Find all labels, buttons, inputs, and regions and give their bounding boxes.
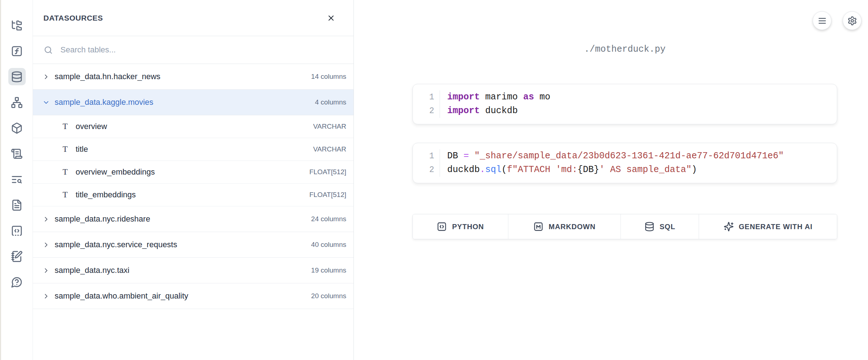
sidebar-item-logs[interactable] bbox=[8, 145, 26, 162]
database-icon bbox=[11, 71, 23, 83]
datasources-panel-header: DATASOURCES bbox=[33, 0, 353, 36]
column-count: 19 columns bbox=[311, 266, 346, 274]
table-row[interactable]: sample_data.nyc.taxi19 columns bbox=[33, 258, 353, 283]
line-number: 1 bbox=[413, 149, 434, 163]
datasources-panel: DATASOURCES sample_data.hn.hacker_news14… bbox=[33, 0, 354, 360]
sidebar-item-snippets[interactable] bbox=[8, 222, 26, 239]
code-token: ' AS sample_data" bbox=[599, 164, 691, 175]
sidebar-item-help[interactable] bbox=[8, 273, 26, 291]
database-icon bbox=[644, 222, 655, 232]
column-row[interactable]: TtitleVARCHAR bbox=[33, 138, 353, 161]
code-line: DB = "_share/sample_data/23b0d623-1361-4… bbox=[447, 149, 837, 163]
folder-tree-icon bbox=[11, 20, 23, 31]
notebook-filename: ./motherduck.py bbox=[412, 44, 837, 56]
add-cell-markdown-button[interactable]: MARKDOWN bbox=[508, 214, 621, 239]
table-row[interactable]: sample_data.nyc.rideshare24 columns bbox=[33, 206, 353, 232]
chevron-down-icon bbox=[42, 99, 50, 106]
search-icon bbox=[43, 45, 53, 55]
column-count: 20 columns bbox=[311, 292, 346, 300]
column-row[interactable]: ToverviewVARCHAR bbox=[33, 115, 353, 138]
chevron bbox=[42, 73, 50, 81]
box-icon bbox=[11, 122, 23, 134]
markdown-icon bbox=[533, 222, 543, 232]
chevron bbox=[42, 241, 50, 249]
tool-sidebar bbox=[1, 0, 33, 360]
table-row[interactable]: sample_data.who.ambient_air_quality20 co… bbox=[33, 283, 353, 309]
close-panel-button[interactable] bbox=[324, 11, 338, 25]
add-cell-label: SQL bbox=[660, 223, 676, 231]
type-icon: T bbox=[61, 122, 69, 131]
code-cell[interactable]: 12import marimo as moimport duckdb bbox=[412, 84, 837, 124]
add-cell-sql-button[interactable]: SQL bbox=[621, 214, 699, 239]
table-row[interactable]: sample_data.hn.hacker_news14 columns bbox=[33, 64, 353, 90]
code-token: as bbox=[523, 92, 534, 102]
text-search-icon bbox=[11, 173, 23, 185]
code-token: = bbox=[463, 151, 469, 161]
code-token: marimo bbox=[480, 92, 523, 102]
add-cell-bar: PYTHONMARKDOWNSQLGENERATE WITH AI bbox=[412, 214, 837, 239]
code-square-icon bbox=[437, 222, 447, 232]
code-token: sql bbox=[485, 164, 501, 175]
chevron-right-icon bbox=[42, 215, 50, 223]
add-cell-python-button[interactable]: PYTHON bbox=[413, 214, 508, 239]
network-icon bbox=[11, 97, 23, 108]
close-icon bbox=[327, 14, 335, 22]
chevron-right-icon bbox=[42, 292, 50, 300]
add-cell-generate-with-ai-button[interactable]: GENERATE WITH AI bbox=[699, 214, 837, 239]
table-name: sample_data.nyc.rideshare bbox=[55, 214, 150, 224]
sidebar-item-documentation[interactable] bbox=[8, 196, 26, 214]
notebook-pen-icon bbox=[11, 250, 23, 262]
file-text-icon bbox=[11, 199, 23, 211]
search-input[interactable] bbox=[60, 45, 345, 55]
add-cell-label: PYTHON bbox=[452, 223, 484, 231]
table-name: sample_data.kaggle.movies bbox=[55, 98, 153, 107]
scroll-text-icon bbox=[11, 148, 23, 160]
column-type: VARCHAR bbox=[313, 145, 347, 153]
code-editor[interactable]: DB = "_share/sample_data/23b0d623-1361-4… bbox=[440, 149, 837, 177]
code-line: import duckdb bbox=[447, 104, 837, 118]
line-number-gutter: 12 bbox=[413, 90, 440, 118]
column-name: title bbox=[76, 145, 88, 154]
code-line: import marimo as mo bbox=[447, 90, 837, 104]
sidebar-item-search[interactable] bbox=[8, 171, 26, 188]
sidebar-item-dependencies[interactable] bbox=[8, 94, 26, 111]
column-name: overview bbox=[76, 122, 107, 131]
add-cell-label: MARKDOWN bbox=[549, 223, 596, 231]
code-token: {DB} bbox=[577, 164, 599, 175]
code-cell[interactable]: 12DB = "_share/sample_data/23b0d623-1361… bbox=[412, 143, 837, 183]
type-icon: T bbox=[61, 167, 69, 177]
line-number: 1 bbox=[413, 90, 434, 104]
panel-title: DATASOURCES bbox=[43, 14, 103, 22]
column-row[interactable]: Ttitle_embeddingsFLOAT[512] bbox=[33, 184, 353, 206]
column-count: 40 columns bbox=[311, 241, 346, 249]
line-number: 2 bbox=[413, 163, 434, 177]
sidebar-item-packages[interactable] bbox=[8, 119, 26, 137]
chevron-right-icon bbox=[42, 73, 50, 81]
sidebar-item-datasources[interactable] bbox=[8, 68, 26, 85]
column-count: 24 columns bbox=[311, 215, 346, 223]
code-editor[interactable]: import marimo as moimport duckdb bbox=[440, 90, 837, 118]
sidebar-item-scratchpad[interactable] bbox=[8, 248, 26, 265]
settings-button[interactable] bbox=[843, 11, 861, 30]
line-number-gutter: 12 bbox=[413, 149, 440, 177]
table-name: sample_data.who.ambient_air_quality bbox=[55, 291, 188, 301]
code-token: duckdb bbox=[447, 164, 480, 175]
chevron-right-icon bbox=[42, 267, 50, 274]
column-name: title_embeddings bbox=[76, 190, 136, 200]
table-row[interactable]: sample_data.nyc.service_requests40 colum… bbox=[33, 232, 353, 258]
sparkles-icon bbox=[724, 222, 734, 232]
sidebar-item-file-explorer[interactable] bbox=[8, 17, 26, 34]
column-type: FLOAT[512] bbox=[309, 191, 346, 199]
column-row[interactable]: Toverview_embeddingsFLOAT[512] bbox=[33, 161, 353, 184]
table-search bbox=[33, 36, 353, 64]
table-name: sample_data.nyc.service_requests bbox=[55, 240, 177, 249]
code-token: ) bbox=[691, 164, 697, 175]
message-question-icon bbox=[11, 276, 23, 288]
sidebar-item-variables[interactable] bbox=[8, 42, 26, 60]
code-line: duckdb.sql(f"ATTACH 'md:{DB}' AS sample_… bbox=[447, 163, 837, 177]
table-list: sample_data.hn.hacker_news14 columnssamp… bbox=[33, 64, 353, 309]
table-row[interactable]: sample_data.kaggle.movies4 columns bbox=[33, 90, 353, 115]
chevron-right-icon bbox=[42, 241, 50, 249]
code-token: import bbox=[447, 106, 480, 116]
column-name: overview_embeddings bbox=[76, 167, 155, 177]
